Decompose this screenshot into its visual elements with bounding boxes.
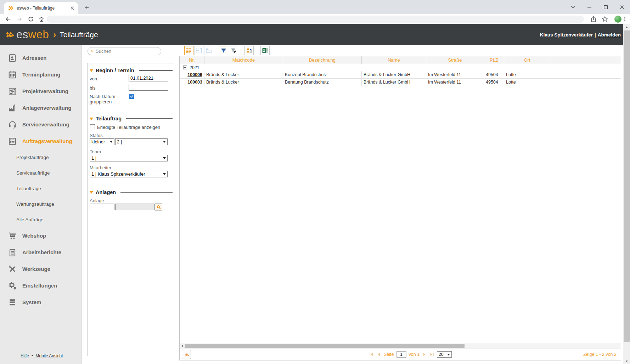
column-header-bezeichnung[interactable]: Bezeichnung [283, 56, 362, 64]
sidebar-item-auftragsverwaltung[interactable]: Auftragsverwaltung [0, 133, 81, 149]
status-value-select[interactable]: 2 | [115, 138, 168, 145]
sidebar-item-arbeitsberichte[interactable]: Arbeitsberichte [0, 244, 81, 261]
mitarbeiter-select[interactable]: 1 | Klaus Spitzenverkäufer [90, 171, 168, 177]
column-header-ort[interactable]: Ort [504, 56, 550, 64]
help-link[interactable]: Hilfe [21, 353, 29, 358]
logout-link[interactable]: Abmelden [598, 32, 621, 38]
table-row[interactable]: 100003 Bränds & Lucker Beratung Brandsch… [180, 79, 621, 86]
mitarbeiter-label: Mitarbeiter [90, 165, 111, 170]
next-page-icon[interactable] [422, 352, 427, 357]
new-tab-button[interactable] [83, 4, 91, 11]
group-row-2021[interactable]: 2021 [180, 64, 621, 71]
filter-apply-button[interactable] [219, 46, 228, 55]
table-row[interactable]: 100006 Bränds & Lucker Konzept Brandschu… [180, 71, 621, 79]
search-icon [157, 205, 161, 209]
app-header: esweb › Teilaufträge Klaus Spitzenverkäu… [0, 24, 630, 45]
von-date-input[interactable] [129, 75, 168, 81]
url-input[interactable] [47, 16, 584, 23]
assign-user-button[interactable] [244, 46, 254, 55]
grid-footer: Seite von 1 20 Zeige 1 - 2 von 2 [180, 348, 621, 360]
column-header-name[interactable]: Name [362, 56, 426, 64]
order-nr-link[interactable]: 100003 [181, 79, 202, 86]
sidebar-item-projektverwaltung[interactable]: Projektverwaltung [0, 83, 81, 99]
order-nr-link[interactable]: 100006 [181, 71, 202, 78]
tab-close-icon[interactable] [69, 5, 75, 11]
view-list-button[interactable] [194, 46, 203, 55]
cell-ort: Lotte [504, 79, 550, 86]
sidebar-subitem-projektauftraege[interactable]: Projektaufträge [0, 149, 81, 165]
home-icon[interactable] [38, 16, 45, 22]
sidebar-footer: Hilfe • Mobile Ansicht [21, 353, 63, 358]
sidebar-subitem-wartungsauftraege[interactable]: Wartungsaufträge [0, 196, 81, 212]
column-header-plz[interactable]: PLZ [484, 56, 504, 64]
page-number-input[interactable] [396, 351, 406, 358]
logo-text-web: web [28, 28, 49, 41]
browser-dropdown-icon[interactable] [565, 0, 581, 14]
headset-icon [8, 120, 17, 129]
column-header-nr[interactable]: Nr. [180, 56, 204, 64]
view-grid-button[interactable] [184, 46, 193, 55]
page-size-select[interactable]: 20 [437, 351, 452, 358]
column-header-strasse[interactable]: Straße [426, 56, 484, 64]
view-cards-button[interactable] [204, 46, 213, 55]
group-by-date-checkbox[interactable] [129, 94, 134, 99]
h-scroll-thumb[interactable] [185, 344, 465, 348]
prev-page-icon[interactable] [376, 352, 381, 357]
mobile-view-link[interactable]: Mobile Ansicht [35, 353, 63, 358]
browser-tab[interactable]: esweb - Teilaufträge [4, 2, 78, 14]
cell-strasse: Im Westerfeld 11 [426, 79, 484, 86]
sidebar-item-webshop[interactable]: Webshop [0, 227, 81, 244]
anlage-nr-input[interactable] [90, 204, 114, 210]
section-teilauftrag[interactable]: Teilauftrag [90, 116, 173, 121]
reload-icon[interactable] [28, 16, 34, 22]
column-header-matchcode[interactable]: Matchcode [204, 56, 283, 64]
close-icon[interactable] [614, 0, 630, 14]
anlage-label: Anlage [90, 198, 104, 203]
factory-icon [8, 103, 17, 113]
collapse-group-icon[interactable] [183, 66, 187, 69]
share-icon[interactable] [590, 16, 597, 22]
first-page-icon[interactable] [369, 352, 374, 357]
anlage-name-input[interactable] [115, 204, 155, 210]
search-icon [91, 49, 93, 54]
reset-button[interactable] [182, 350, 191, 359]
esweb-logo[interactable]: esweb › Teilaufträge [6, 24, 98, 45]
scroll-up-icon[interactable]: ▲ [623, 24, 630, 30]
maximize-icon[interactable] [597, 0, 614, 14]
v-scroll-thumb[interactable] [624, 30, 630, 342]
anlage-search-button[interactable] [155, 203, 162, 211]
minimize-icon[interactable] [581, 0, 597, 14]
forward-icon[interactable] [16, 16, 23, 22]
browser-profile-avatar[interactable] [614, 16, 621, 23]
sidebar-item-einstellungen[interactable]: Einstellungen [0, 277, 81, 294]
sidebar-subitem-alle-auftraege[interactable]: Alle Aufträge [0, 212, 81, 227]
browser-vertical-scrollbar[interactable]: ▲ ▼ [623, 24, 630, 364]
list-view-icon [196, 47, 202, 54]
scroll-left-icon[interactable] [181, 345, 184, 347]
team-select[interactable]: 1 | [90, 155, 168, 161]
sidebar-subitem-teilauftraege[interactable]: Teilaufträge [0, 181, 81, 196]
excel-export-button[interactable] [260, 46, 270, 55]
search-input[interactable] [96, 49, 158, 54]
grid-horizontal-scrollbar[interactable] [180, 343, 621, 348]
bis-date-input[interactable] [129, 84, 168, 91]
sidebar-item-serviceverwaltung[interactable]: Serviceverwaltung [0, 116, 81, 133]
erledigte-checkbox[interactable] [90, 124, 95, 129]
sidebar-subitem-serviceauftraege[interactable]: Serviceaufträge [0, 165, 81, 181]
last-page-icon[interactable] [429, 352, 434, 357]
bookmark-star-icon[interactable] [602, 16, 608, 22]
scroll-down-icon[interactable]: ▼ [623, 358, 630, 364]
sidebar-item-anlagenverwaltung[interactable]: Anlagenverwaltung [0, 99, 81, 116]
sidebar-item-adressen[interactable]: Adressen [0, 50, 81, 66]
section-beginn-termin[interactable]: Beginn / Termin [90, 68, 173, 73]
chevron-down-icon [447, 354, 450, 356]
sidebar-item-werkzeuge[interactable]: Werkzeuge [0, 261, 81, 277]
section-anlagen[interactable]: Anlagen [90, 189, 173, 195]
browser-menu-icon[interactable] [624, 17, 625, 21]
filter-clear-button[interactable] [229, 46, 238, 55]
sidebar-item-system[interactable]: System [0, 294, 81, 311]
status-operator-select[interactable]: kleiner [90, 138, 114, 145]
back-icon[interactable] [5, 16, 11, 22]
user-separator: | [595, 32, 596, 38]
sidebar-item-terminplanung[interactable]: Terminplanung [0, 66, 81, 83]
